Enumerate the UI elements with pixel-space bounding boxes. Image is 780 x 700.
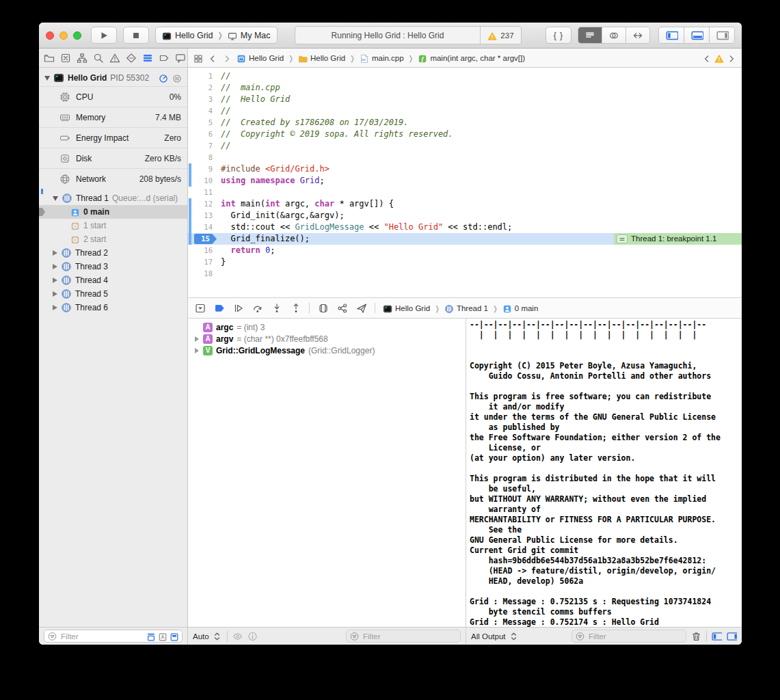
navigator-tab-tests[interactable] <box>126 53 137 64</box>
line-number[interactable]: 3 <box>188 94 213 105</box>
stack-frame-row[interactable]: 1 start <box>39 219 187 232</box>
forward-chevron-icon[interactable] <box>222 53 232 63</box>
breakpoints-toggle-button[interactable] <box>213 302 225 314</box>
metric-row-energy[interactable]: Energy ImpactZero <box>39 127 187 148</box>
view-hierarchy-button[interactable] <box>317 302 329 314</box>
continue-button[interactable] <box>232 302 244 314</box>
run-button[interactable] <box>91 27 117 44</box>
disclosure-triangle[interactable] <box>53 305 57 310</box>
zoom-button[interactable] <box>73 31 81 40</box>
stop-button[interactable] <box>123 27 149 44</box>
issue-warning-icon[interactable] <box>714 53 724 63</box>
navigator-filter-input[interactable] <box>59 632 144 641</box>
related-items-icon[interactable] <box>193 53 203 63</box>
line-number[interactable]: 4 <box>188 105 213 117</box>
info-icon[interactable] <box>247 631 258 641</box>
version-editor-button[interactable] <box>626 27 649 43</box>
gauge-icon[interactable] <box>159 73 168 83</box>
close-button[interactable] <box>46 31 54 40</box>
line-number[interactable]: 7 <box>188 140 213 152</box>
thread-row[interactable]: Thread 1Queue:...d (serial) <box>39 191 187 205</box>
console-scope-popup[interactable]: All Output <box>471 631 519 641</box>
line-number[interactable]: 14 <box>188 221 213 233</box>
thread-row[interactable]: Thread 6 <box>39 301 187 314</box>
metric-row-disk[interactable]: DiskZero KB/s <box>39 148 187 168</box>
disclosure-triangle[interactable] <box>193 336 200 342</box>
disclosure-triangle[interactable] <box>44 76 50 81</box>
variables-scope-popup[interactable]: Auto <box>193 631 222 641</box>
variables-pane-toggle-icon[interactable] <box>712 631 722 641</box>
inspector-panel-toggle[interactable] <box>710 27 734 43</box>
debug-breadcrumb-item[interactable]: 0 main <box>502 304 539 313</box>
hide-debug-area-button[interactable] <box>194 302 206 314</box>
step-over-button[interactable] <box>252 302 263 314</box>
navigator-tab-debug[interactable] <box>142 53 153 64</box>
line-number[interactable]: 10 <box>188 175 213 187</box>
disclosure-triangle[interactable] <box>53 291 57 297</box>
line-number[interactable]: 1 <box>188 70 213 82</box>
source-editor[interactable]: 1//2// main.cpp3// Hello Grid4//5// Crea… <box>188 68 742 297</box>
filter-running-threads-icon[interactable] <box>146 632 156 641</box>
thread-row[interactable]: Thread 5 <box>39 287 187 301</box>
warning-badge[interactable]: 237 <box>480 27 520 44</box>
line-number[interactable]: 6 <box>188 129 213 140</box>
breadcrumb-item[interactable]: fmain(int argc, char * argv[]) <box>418 53 525 63</box>
metric-row-cpu[interactable]: CPU0% <box>39 86 187 107</box>
disclosure-triangle[interactable] <box>53 264 57 269</box>
disclosure-triangle[interactable] <box>193 348 200 353</box>
console-filter-input[interactable] <box>587 632 683 641</box>
metric-row-memory[interactable]: Memory7.4 MB <box>39 107 187 127</box>
console-filter-field[interactable] <box>571 630 686 643</box>
queue-lines-icon[interactable] <box>172 73 182 83</box>
debug-panel-toggle[interactable] <box>684 27 710 43</box>
breadcrumb-item[interactable]: Hello Grid <box>298 53 345 63</box>
next-issue-icon[interactable] <box>727 53 736 63</box>
variable-row[interactable]: Aargc= (int) 3 <box>188 321 466 333</box>
navigator-tab-issues[interactable] <box>109 53 120 64</box>
navigator-tab-project[interactable] <box>44 53 55 64</box>
navigator-panel-toggle[interactable] <box>659 27 684 43</box>
line-number[interactable]: 17 <box>188 256 213 268</box>
navigator-filter-field[interactable] <box>44 630 183 643</box>
quicklook-eye-icon[interactable] <box>232 631 243 641</box>
console-pane-toggle-icon[interactable] <box>727 631 737 641</box>
line-number[interactable]: 5 <box>188 117 213 129</box>
debug-breadcrumb-item[interactable]: Thread 1 <box>444 304 488 313</box>
disclosure-triangle[interactable] <box>53 196 58 201</box>
thread-row[interactable]: Thread 2 <box>39 246 187 260</box>
filter-debug-symbols-icon[interactable] <box>158 632 167 641</box>
process-row[interactable]: Hello GridPID 55302 <box>39 70 187 86</box>
breakpoint-annotation[interactable]: Thread 1: breakpoint 1.1 <box>614 233 742 245</box>
line-number[interactable]: 9 <box>188 163 213 175</box>
stack-frame-row[interactable]: 2 start <box>39 232 187 246</box>
back-chevron-icon[interactable] <box>208 53 217 63</box>
simulate-location-button[interactable] <box>355 302 367 314</box>
step-into-button[interactable] <box>271 302 282 314</box>
line-number[interactable]: 13 <box>188 210 213 221</box>
variables-filter-field[interactable] <box>346 630 461 643</box>
step-out-button[interactable] <box>290 302 301 314</box>
console-output[interactable]: --|--|--|--|--|--|--|--|--|--|--|--|--|-… <box>466 319 742 627</box>
minimize-button[interactable] <box>59 31 68 40</box>
disclosure-triangle[interactable] <box>53 250 57 256</box>
stack-frame-row[interactable]: 0 main <box>39 205 187 219</box>
navigator-tab-find[interactable] <box>93 53 104 64</box>
debug-breadcrumb-item[interactable]: Hello Grid <box>383 304 430 313</box>
line-number[interactable]: 2 <box>188 82 213 94</box>
scheme-selector[interactable]: Hello Grid ❭ My Mac <box>155 27 278 44</box>
variables-filter-input[interactable] <box>362 632 457 641</box>
navigator-tab-symbols[interactable] <box>77 53 88 64</box>
variable-row[interactable]: Aargv= (char **) 0x7ffeefbff568 <box>188 333 466 345</box>
navigator-tab-reports[interactable] <box>175 53 186 64</box>
breakpoint-badge[interactable]: 15 <box>194 234 217 244</box>
thread-row[interactable]: Thread 4 <box>39 273 187 287</box>
breadcrumb-item[interactable]: Hello Grid <box>237 53 284 63</box>
library-button[interactable]: { } <box>546 27 571 44</box>
assistant-editor-button[interactable] <box>602 27 626 43</box>
line-number[interactable]: 16 <box>188 245 213 256</box>
previous-issue-icon[interactable] <box>702 53 712 63</box>
variable-row[interactable]: VGrid::GridLogMessage(Grid::GridLogger) <box>188 345 466 356</box>
line-number[interactable]: 11 <box>188 187 213 198</box>
metric-row-network[interactable]: Network208 bytes/s <box>39 168 187 189</box>
filter-crashed-threads-icon[interactable] <box>170 632 179 641</box>
